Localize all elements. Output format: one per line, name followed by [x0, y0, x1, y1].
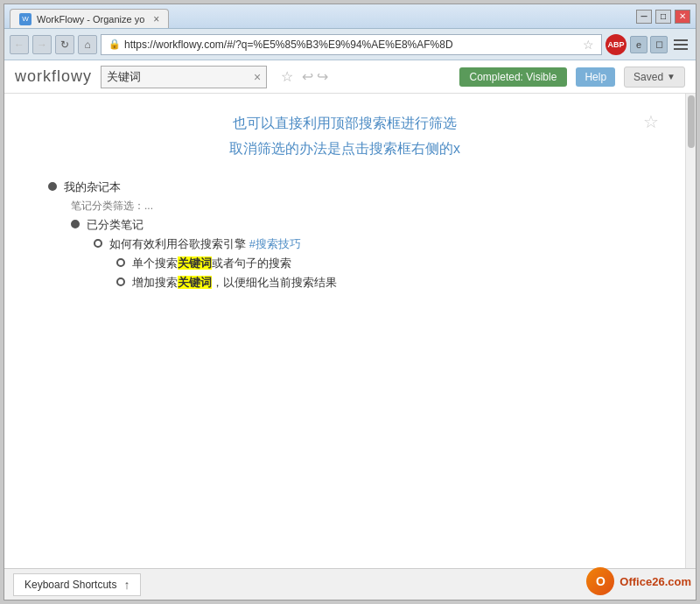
item2-highlight: 关键词	[178, 276, 212, 289]
item1-highlight: 关键词	[178, 256, 212, 270]
search-item-1: 单个搜索关键词或者句子的搜索	[132, 256, 291, 271]
saved-button[interactable]: Saved ▼	[624, 67, 685, 88]
keyboard-shortcuts-button[interactable]: Keyboard Shortcuts ↑	[13, 573, 141, 596]
menu-line-3	[674, 48, 688, 50]
keyboard-shortcuts-arrow-icon: ↑	[123, 578, 130, 592]
url-bar[interactable]: 🔒 https://workflowy.com/#/?q=%E5%85%B3%E…	[101, 34, 602, 55]
search-tag-link[interactable]: #搜索技巧	[249, 237, 301, 250]
url-text: https://workflowy.com/#/?q=%E5%85%B3%E9%…	[124, 39, 453, 51]
main-content: ☆ 也可以直接利用顶部搜索框进行筛选 取消筛选的办法是点击搜索框右侧的x 我的杂…	[4, 94, 696, 568]
search-input[interactable]	[107, 70, 254, 83]
app-toolbar: workflowy × ☆ ↩ ↪ Completed: Visible Hel…	[4, 60, 696, 94]
root-item-label[interactable]: 我的杂记本	[64, 179, 121, 195]
tab-favicon: W	[19, 13, 32, 25]
list-item: 我的杂记本	[48, 179, 659, 195]
search-title: 如何有效利用谷歌搜索引擎 #搜索技巧	[109, 236, 301, 252]
search-box[interactable]: ×	[101, 66, 267, 88]
outline-section: 我的杂记本 笔记分类筛选：... 已分类笔记	[48, 179, 659, 291]
completed-button[interactable]: Completed: Visible	[459, 67, 568, 87]
sub-label: 笔记分类筛选：...	[71, 199, 153, 214]
extension-button-2[interactable]: ◻	[650, 36, 668, 53]
title-bar: W WorkFlowy - Organize yo × ─ □ ✕	[4, 4, 696, 29]
redo-button[interactable]: ↪	[317, 68, 328, 85]
minimize-button[interactable]: ─	[636, 10, 652, 24]
tab-close-icon[interactable]: ×	[153, 13, 159, 25]
keyboard-shortcuts-label: Keyboard Shortcuts	[24, 579, 116, 591]
browser-tab[interactable]: W WorkFlowy - Organize yo ×	[10, 9, 169, 28]
watermark-text: Office26.com	[620, 575, 691, 588]
maximize-button[interactable]: □	[655, 10, 671, 24]
scrollbar-thumb[interactable]	[688, 95, 695, 148]
bookmark-icon[interactable]: ☆	[583, 38, 594, 52]
extension-button-1[interactable]: e	[630, 36, 648, 53]
nested-level-1: 笔记分类筛选：... 已分类笔记 如何有效利用谷歌搜索引擎 #搜索技巧	[71, 199, 659, 291]
saved-label: Saved	[634, 71, 663, 83]
bullet-icon	[71, 220, 80, 228]
list-item: 笔记分类筛选：...	[71, 199, 659, 214]
window-controls: ─ □ ✕	[636, 10, 690, 24]
list-item: 增加搜索关键词，以便细化当前搜索结果	[116, 275, 659, 291]
app-logo: workflowy	[15, 67, 92, 86]
refresh-button[interactable]: ↻	[55, 35, 74, 54]
browser-menu-button[interactable]	[671, 35, 690, 54]
instruction-line-2: 取消筛选的办法是点击搜索框右侧的x	[31, 137, 659, 162]
category-label[interactable]: 已分类笔记	[87, 217, 144, 233]
list-item: 单个搜索关键词或者句子的搜索	[116, 256, 659, 271]
nested-level-3: 单个搜索关键词或者句子的搜索 增加搜索关键词，以便细化当前搜索结果	[116, 256, 659, 291]
list-item: 如何有效利用谷歌搜索引擎 #搜索技巧	[94, 236, 659, 252]
content-star-icon[interactable]: ☆	[643, 111, 659, 132]
item1-post: 或者句子的搜索	[212, 256, 291, 270]
watermark: O Office26.com	[586, 567, 691, 595]
address-bar: ← → ↻ ⌂ 🔒 https://workflowy.com/#/?q=%E5…	[4, 29, 696, 60]
search-star-icon[interactable]: ☆	[281, 68, 293, 85]
scrollbar[interactable]	[685, 94, 696, 568]
instruction-banner: 也可以直接利用顶部搜索框进行筛选 取消筛选的办法是点击搜索框右侧的x	[31, 111, 659, 162]
help-button[interactable]: Help	[576, 67, 615, 87]
item2-pre: 增加搜索	[132, 276, 178, 289]
bullet-icon	[48, 182, 57, 191]
item2-post: ，以便细化当前搜索结果	[212, 276, 337, 289]
undo-button[interactable]: ↩	[302, 68, 313, 85]
extension-buttons: e ◻	[630, 36, 668, 53]
tab-area: W WorkFlowy - Organize yo ×	[10, 4, 169, 28]
bullet-icon	[116, 258, 125, 267]
bullet-icon	[116, 277, 125, 286]
home-button[interactable]: ⌂	[78, 35, 97, 54]
watermark-icon: O	[586, 567, 614, 595]
lock-icon: 🔒	[108, 39, 121, 50]
search-item-2: 增加搜索关键词，以便细化当前搜索结果	[132, 275, 337, 291]
adblock-button[interactable]: ABP	[606, 34, 626, 55]
menu-line-1	[674, 39, 688, 41]
search-clear-icon[interactable]: ×	[254, 70, 261, 84]
browser-window: W WorkFlowy - Organize yo × ─ □ ✕ ← → ↻ …	[4, 4, 696, 600]
menu-line-2	[674, 44, 688, 46]
item1-pre: 单个搜索	[132, 256, 178, 270]
list-item: 已分类笔记	[71, 217, 659, 233]
content-area: ☆ 也可以直接利用顶部搜索框进行筛选 取消筛选的办法是点击搜索框右侧的x 我的杂…	[4, 94, 685, 568]
nested-level-2: 如何有效利用谷歌搜索引擎 #搜索技巧 单个搜索关键词或者句子的搜索	[94, 236, 659, 291]
saved-dropdown-icon: ▼	[667, 72, 676, 81]
back-button[interactable]: ←	[10, 35, 29, 54]
close-button[interactable]: ✕	[675, 10, 690, 24]
undo-redo-controls: ↩ ↪	[302, 68, 328, 85]
forward-button[interactable]: →	[32, 35, 52, 54]
bullet-icon	[94, 239, 102, 248]
tab-title: WorkFlowy - Organize yo	[37, 14, 144, 25]
instruction-line-1: 也可以直接利用顶部搜索框进行筛选	[31, 111, 659, 137]
search-title-pre: 如何有效利用谷歌搜索引擎	[109, 237, 249, 250]
